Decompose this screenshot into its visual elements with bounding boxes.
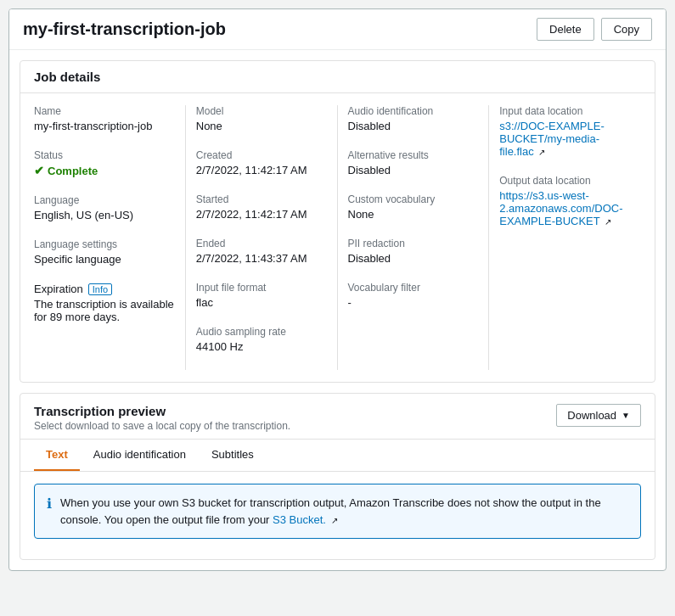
vocab-filter-value: - (348, 296, 479, 309)
preview-tabs: Text Audio identification Subtitles (20, 440, 655, 472)
audio-id-value: Disabled (348, 120, 479, 132)
expiration-value: The transcription is available for 89 mo… (34, 298, 175, 323)
expiration-label: Expiration (34, 283, 83, 295)
language-item: Language English, US (en-US) (34, 194, 175, 221)
audio-rate-label: Audio sampling rate (196, 326, 327, 338)
alt-results-label: Alternative results (348, 149, 479, 161)
created-value: 2/7/2022, 11:42:17 AM (196, 164, 327, 176)
preview-title-block: Transcription preview Select download to… (34, 404, 290, 432)
name-value: my-first-transcription-job (34, 120, 175, 132)
status-value: ✔ Complete (34, 164, 175, 177)
pii-item: PII redaction Disabled (348, 238, 479, 265)
external-link-icon-s3: ↗ (331, 516, 338, 525)
job-details-title: Job details (20, 61, 655, 93)
tab-subtitles[interactable]: Subtitles (200, 440, 266, 471)
delete-button[interactable]: Delete (537, 18, 594, 41)
preview-header: Transcription preview Select download to… (20, 394, 655, 440)
language-label: Language (34, 194, 175, 206)
detail-col-2: Model None Created 2/7/2022, 11:42:17 AM… (186, 105, 338, 370)
detail-col-4: Input data location s3://DOC-EXAMPLE-BUC… (489, 105, 641, 370)
status-label: Status (34, 149, 175, 161)
tab-text[interactable]: Text (34, 440, 80, 471)
name-item: Name my-first-transcription-job (34, 105, 175, 132)
pii-label: PII redaction (348, 238, 479, 249)
audio-rate-item: Audio sampling rate 44100 Hz (196, 326, 327, 353)
alt-results-item: Alternative results Disabled (348, 149, 479, 176)
input-format-item: Input file format flac (196, 282, 327, 309)
audio-id-item: Audio identification Disabled (348, 105, 479, 132)
status-text: Complete (48, 165, 98, 177)
tab-subtitles-label: Subtitles (211, 448, 254, 461)
custom-vocab-label: Custom vocabulary (348, 193, 479, 205)
expiration-item: Expiration Info The transcription is ava… (34, 283, 175, 323)
audio-id-label: Audio identification (348, 105, 479, 117)
download-button[interactable]: Download ▼ (556, 404, 641, 427)
output-location-item: Output data location https://s3.us-west-… (499, 175, 631, 227)
tab-audio-identification-label: Audio identification (93, 448, 186, 461)
tab-text-label: Text (46, 448, 68, 461)
info-text: When you use your own S3 bucket for tran… (60, 495, 628, 528)
external-link-icon-input: ↗ (538, 148, 545, 157)
preview-subtitle: Select download to save a local copy of … (34, 420, 290, 432)
job-details-card: Job details Name my-first-transcription-… (20, 60, 655, 383)
copy-button[interactable]: Copy (601, 18, 652, 41)
started-value: 2/7/2022, 11:42:17 AM (196, 208, 327, 221)
custom-vocab-value: None (348, 208, 479, 221)
status-item: Status ✔ Complete (34, 149, 175, 177)
language-settings-label: Language settings (34, 238, 175, 250)
audio-rate-value: 44100 Hz (196, 340, 327, 353)
output-location-label: Output data location (499, 175, 631, 187)
pii-value: Disabled (348, 252, 479, 265)
created-label: Created (196, 149, 327, 161)
model-label: Model (196, 105, 327, 117)
language-settings-item: Language settings Specific language (34, 238, 175, 266)
custom-vocab-item: Custom vocabulary None (348, 193, 479, 221)
detail-col-1: Name my-first-transcription-job Status ✔… (34, 105, 186, 370)
header-buttons: Delete Copy (537, 18, 652, 41)
language-value: English, US (en-US) (34, 209, 175, 221)
job-details-body: Name my-first-transcription-job Status ✔… (20, 93, 655, 382)
dropdown-arrow-icon: ▼ (622, 411, 630, 420)
transcription-preview-card: Transcription preview Select download to… (20, 393, 655, 560)
input-format-value: flac (196, 296, 327, 309)
info-icon: ℹ (47, 496, 52, 512)
input-location-link[interactable]: s3://DOC-EXAMPLE-BUCKET/my-media-file.fl… (499, 120, 605, 158)
expiration-info-badge[interactable]: Info (88, 283, 112, 295)
s3-bucket-link[interactable]: S3 Bucket. (273, 513, 326, 526)
s3-bucket-link-text: S3 Bucket. (273, 513, 326, 526)
tab-content: ℹ When you use your own S3 bucket for tr… (20, 484, 655, 559)
page-header: my-first-transcription-job Delete Copy (9, 9, 666, 50)
ended-value: 2/7/2022, 11:43:37 AM (196, 252, 327, 265)
expiration-label-row: Expiration Info (34, 283, 175, 295)
created-item: Created 2/7/2022, 11:42:17 AM (196, 149, 327, 176)
started-item: Started 2/7/2022, 11:42:17 AM (196, 193, 327, 221)
ended-item: Ended 2/7/2022, 11:43:37 AM (196, 238, 327, 265)
detail-col-3: Audio identification Disabled Alternativ… (338, 105, 490, 370)
vocab-filter-item: Vocabulary filter - (348, 282, 479, 309)
page-title: my-first-transcription-job (23, 20, 226, 39)
started-label: Started (196, 193, 327, 205)
model-value: None (196, 120, 327, 132)
info-box: ℹ When you use your own S3 bucket for tr… (34, 484, 641, 539)
input-location-item: Input data location s3://DOC-EXAMPLE-BUC… (499, 105, 631, 158)
language-settings-value: Specific language (34, 253, 175, 266)
input-location-label: Input data location (499, 105, 631, 117)
input-format-label: Input file format (196, 282, 327, 294)
page-container: my-first-transcription-job Delete Copy J… (8, 8, 667, 571)
download-label: Download (567, 409, 616, 422)
alt-results-value: Disabled (348, 164, 479, 176)
check-icon: ✔ (34, 164, 44, 177)
ended-label: Ended (196, 238, 327, 249)
model-item: Model None (196, 105, 327, 132)
vocab-filter-label: Vocabulary filter (348, 282, 479, 294)
details-grid: Name my-first-transcription-job Status ✔… (34, 105, 641, 370)
external-link-icon-output: ↗ (605, 217, 611, 227)
name-label: Name (34, 105, 175, 117)
preview-title: Transcription preview (34, 404, 290, 418)
tab-audio-identification[interactable]: Audio identification (82, 440, 198, 471)
